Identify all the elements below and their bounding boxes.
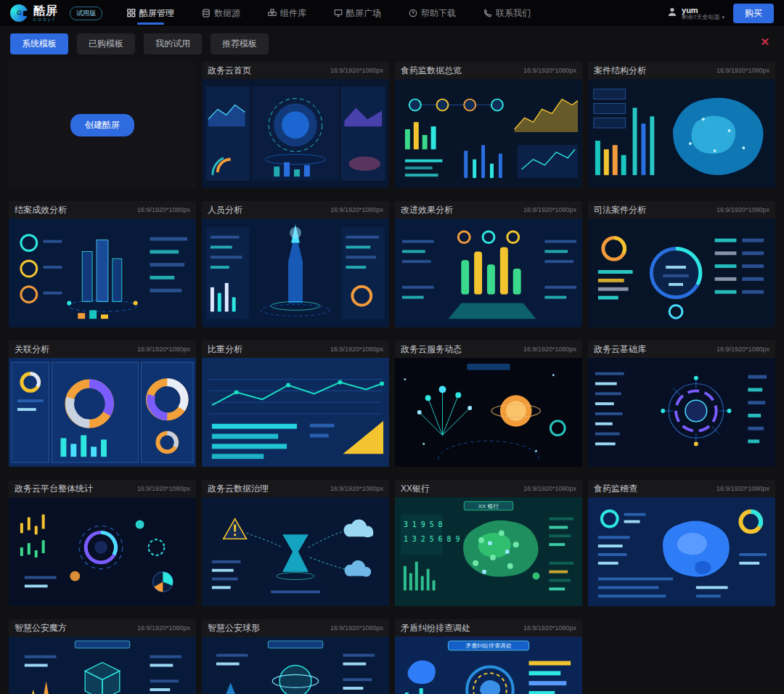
tab-system-templates[interactable]: 系统模板 [10,33,68,54]
template-card[interactable]: 政务云基础库16:9/1920*1080px [588,340,775,467]
template-thumbnail[interactable] [9,219,196,327]
template-title: 关联分析 [15,343,49,356]
template-card[interactable]: 比重分析16:9/1920*1080px [202,340,389,467]
template-title: 结案成效分析 [15,204,67,216]
buy-button[interactable]: 购买 [733,4,774,23]
template-thumbnail[interactable] [202,497,389,606]
menu-label: 帮助下载 [421,7,456,20]
user-menu[interactable]: yum 剩余7天全站版 ▾ [667,6,724,21]
user-plan: 剩余7天全站版 [682,15,719,21]
thumbnail-dispute-mediation-graphic: 矛盾纠纷排查调处 [395,637,582,694]
template-thumbnail[interactable] [202,358,389,467]
template-card[interactable]: 关联分析16:9/1920*1080px [9,340,196,467]
app-logo[interactable]: © 酷屏 COOLY 试用版 [10,4,102,22]
template-card[interactable]: 政务云服务动态16:9/1920*1080px [395,340,582,467]
menu-label: 联系我们 [496,7,531,20]
menu-item-help[interactable]: 帮助下载 [409,1,456,26]
template-thumbnail[interactable] [588,79,775,188]
svg-text:3 1 9 5 8: 3 1 9 5 8 [404,520,443,528]
template-title: 矛盾纠纷排查调处 [401,622,470,634]
help-icon [409,9,417,17]
template-thumbnail[interactable] [395,79,582,188]
user-name: yum [682,6,724,15]
template-thumbnail[interactable] [202,219,389,327]
template-card[interactable]: 结案成效分析16:9/1920*1080px [9,201,196,327]
template-resolution: 16:9/1920*1080px [330,485,383,492]
template-resolution: 16:9/1920*1080px [523,485,576,492]
template-thumbnail[interactable] [588,219,775,327]
template-title: XX银行 [401,483,430,495]
svg-text:1 3 2 5 6 8 9: 1 3 2 5 6 8 9 [404,535,460,543]
template-thumbnail[interactable] [395,219,582,327]
template-resolution: 16:9/1920*1080px [330,67,383,74]
template-resolution: 16:9/1920*1080px [137,624,190,632]
template-card[interactable]: 案件结构分析16:9/1920*1080px [588,62,775,188]
template-card[interactable]: 司法案件分析16:9/1920*1080px [588,201,775,327]
template-title: 司法案件分析 [594,204,646,216]
template-thumbnail[interactable] [9,358,196,467]
grid-icon [127,9,136,17]
create-screen-button[interactable]: 创建酷屏 [70,114,134,136]
template-thumbnail[interactable]: 矛盾纠纷排查调处 [395,637,582,694]
template-title: 食药监稽查 [594,483,637,495]
template-title: 政务云首页 [208,65,251,77]
template-thumbnail[interactable]: XX 银行 3 1 9 5 8 1 3 2 5 6 8 9 [395,497,582,606]
create-screen-card[interactable]: 创建酷屏 [9,62,196,188]
menu-item-market[interactable]: 酷屏广场 [334,1,381,26]
tab-purchased-templates[interactable]: 已购模板 [77,33,135,54]
thumbnail-proportion-graphic [202,358,389,467]
template-card[interactable]: 人员分析16:9/1920*1080px [202,201,389,327]
menu-item-screen-manage[interactable]: 酷屏管理 [127,1,174,26]
template-title: 政务云数据治理 [208,483,269,495]
thumbnail-smart-police-cube-graphic [9,637,196,694]
tab-my-trial[interactable]: 我的试用 [144,33,202,54]
template-resolution: 16:9/1920*1080px [716,485,769,492]
thumbnail-improvement-graphic [395,219,582,327]
menu-item-datasource[interactable]: 数据源 [202,1,240,26]
thumbnail-personnel-graphic [202,219,389,327]
template-card[interactable]: XX银行16:9/1920*1080px XX 银行 3 1 9 5 8 1 3… [395,480,582,606]
template-card[interactable]: 食药监稽查16:9/1920*1080px [588,480,775,606]
template-resolution: 16:9/1920*1080px [716,206,769,213]
menu-label: 数据源 [214,7,240,20]
menu-item-contact[interactable]: 联系我们 [483,1,531,26]
template-thumbnail[interactable] [395,358,582,467]
template-card[interactable]: 政务云首页16:9/1920*1080px [202,62,389,188]
components-icon [268,9,277,17]
template-card[interactable]: 智慧公安球形16:9/1920*1080px [202,619,389,694]
template-thumbnail[interactable] [588,358,775,467]
template-title: 政务云基础库 [594,343,646,356]
close-icon[interactable]: ✕ [760,36,769,47]
thumbnail-gov-data-governance-graphic [202,497,389,606]
template-thumbnail[interactable] [202,79,389,188]
template-resolution: 16:9/1920*1080px [137,346,190,353]
template-card[interactable]: 矛盾纠纷排查调处16:9/1920*1080px 矛盾纠纷排查调处 [395,619,582,694]
template-card[interactable]: 改进效果分析16:9/1920*1080px [395,201,582,327]
template-resolution: 16:9/1920*1080px [523,67,576,74]
menu-label: 酷屏广场 [346,7,381,20]
thumbnail-correlation-graphic [9,358,196,467]
phone-icon [483,9,492,17]
thumbnail-xx-bank-graphic: XX 银行 3 1 9 5 8 1 3 2 5 6 8 9 [395,497,582,606]
logo-icon: © [10,4,28,22]
top-navbar: © 酷屏 COOLY 试用版 酷屏管理 数据源 组件库 酷屏广场 帮助下载 [0,0,784,26]
template-thumbnail[interactable] [588,497,775,606]
template-card[interactable]: 政务云平台整体统计16:9/1920*1080px [9,480,196,606]
template-thumbnail[interactable] [9,497,196,606]
thumbnail-case-structure-graphic [588,79,775,188]
template-thumbnail[interactable] [202,637,389,694]
chevron-down-icon: ▾ [722,15,724,20]
template-thumbnail[interactable] [9,637,196,694]
tab-recommended-templates[interactable]: 推荐模板 [211,33,269,54]
thumbnail-judicial-cases-graphic [588,219,775,327]
menu-item-components[interactable]: 组件库 [268,1,306,26]
template-card[interactable]: 食药监数据总览16:9/1920*1080px [395,62,582,188]
thumbnail-gov-home-graphic [202,79,389,188]
template-title: 案件结构分析 [594,65,646,77]
thumbnail-gov-service-dynamics-graphic [395,358,582,467]
user-avatar-icon [667,7,677,20]
menu-label: 酷屏管理 [139,7,174,20]
template-card[interactable]: 政务云数据治理16:9/1920*1080px [202,480,389,606]
template-resolution: 16:9/1920*1080px [523,624,576,632]
template-card[interactable]: 智慧公安魔方16:9/1920*1080px [9,619,196,694]
